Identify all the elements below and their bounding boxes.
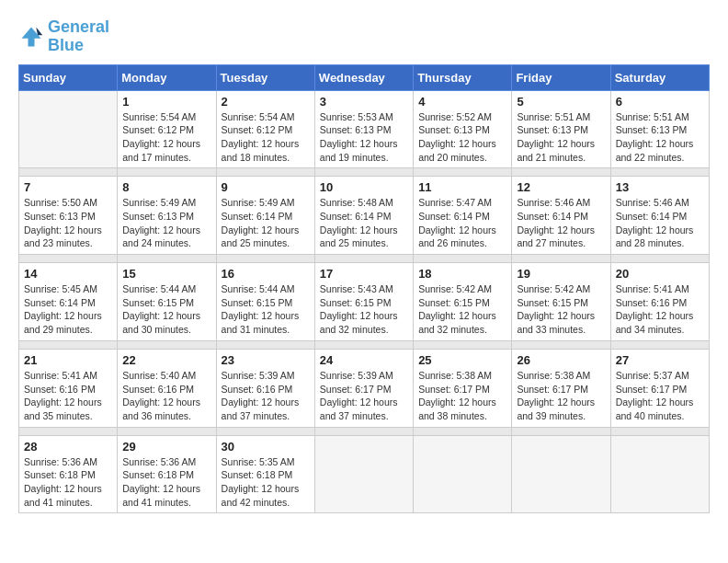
calendar-cell: 1Sunrise: 5:54 AM Sunset: 6:12 PM Daylig… <box>118 90 216 168</box>
calendar-cell: 20Sunrise: 5:41 AM Sunset: 6:16 PM Dayli… <box>610 263 709 341</box>
day-info: Sunrise: 5:37 AM Sunset: 6:17 PM Dayligh… <box>616 369 704 423</box>
day-info: Sunrise: 5:35 AM Sunset: 6:18 PM Dayligh… <box>222 455 310 510</box>
day-info: Sunrise: 5:36 AM Sunset: 6:18 PM Dayligh… <box>122 455 210 510</box>
day-info: Sunrise: 5:42 AM Sunset: 6:15 PM Dayligh… <box>517 282 605 337</box>
day-info: Sunrise: 5:36 AM Sunset: 6:18 PM Dayligh… <box>24 455 112 510</box>
day-info: Sunrise: 5:48 AM Sunset: 6:14 PM Dayligh… <box>320 196 408 250</box>
calendar-cell: 4Sunrise: 5:52 AM Sunset: 6:13 PM Daylig… <box>414 90 512 168</box>
day-number: 6 <box>616 95 704 109</box>
calendar-cell: 27Sunrise: 5:37 AM Sunset: 6:17 PM Dayli… <box>610 349 709 427</box>
day-header: Sunday <box>19 64 118 90</box>
day-info: Sunrise: 5:51 AM Sunset: 6:13 PM Dayligh… <box>616 110 704 165</box>
calendar-cell: 2Sunrise: 5:54 AM Sunset: 6:12 PM Daylig… <box>216 90 314 168</box>
day-info: Sunrise: 5:52 AM Sunset: 6:13 PM Dayligh… <box>418 110 506 165</box>
logo: General Blue <box>18 18 109 55</box>
day-info: Sunrise: 5:53 AM Sunset: 6:13 PM Dayligh… <box>320 110 408 165</box>
calendar-cell: 15Sunrise: 5:44 AM Sunset: 6:15 PM Dayli… <box>118 263 216 341</box>
day-number: 24 <box>320 353 408 367</box>
day-info: Sunrise: 5:47 AM Sunset: 6:14 PM Dayligh… <box>418 196 506 250</box>
day-number: 10 <box>320 180 408 194</box>
day-number: 12 <box>517 180 605 194</box>
calendar-cell: 9Sunrise: 5:49 AM Sunset: 6:14 PM Daylig… <box>216 177 314 255</box>
week-divider <box>19 427 710 435</box>
calendar-cell: 12Sunrise: 5:46 AM Sunset: 6:14 PM Dayli… <box>512 177 610 255</box>
day-info: Sunrise: 5:54 AM Sunset: 6:12 PM Dayligh… <box>222 110 310 165</box>
day-number: 16 <box>222 267 310 281</box>
calendar-cell: 13Sunrise: 5:46 AM Sunset: 6:14 PM Dayli… <box>610 177 709 255</box>
calendar-cell: 29Sunrise: 5:36 AM Sunset: 6:18 PM Dayli… <box>118 435 216 513</box>
week-divider <box>19 255 710 263</box>
day-info: Sunrise: 5:49 AM Sunset: 6:14 PM Dayligh… <box>222 196 310 250</box>
calendar-cell: 22Sunrise: 5:40 AM Sunset: 6:16 PM Dayli… <box>118 349 216 427</box>
day-number: 19 <box>517 267 605 281</box>
calendar-cell: 8Sunrise: 5:49 AM Sunset: 6:13 PM Daylig… <box>118 177 216 255</box>
day-info: Sunrise: 5:46 AM Sunset: 6:14 PM Dayligh… <box>616 196 704 250</box>
day-number: 14 <box>24 267 112 281</box>
day-number: 23 <box>222 353 310 367</box>
calendar-cell: 3Sunrise: 5:53 AM Sunset: 6:13 PM Daylig… <box>314 90 413 168</box>
day-number: 9 <box>222 180 310 194</box>
day-info: Sunrise: 5:41 AM Sunset: 6:16 PM Dayligh… <box>616 282 704 337</box>
day-number: 2 <box>222 95 310 109</box>
day-info: Sunrise: 5:45 AM Sunset: 6:14 PM Dayligh… <box>24 282 112 337</box>
day-info: Sunrise: 5:44 AM Sunset: 6:15 PM Dayligh… <box>222 282 310 337</box>
calendar-week-row: 21Sunrise: 5:41 AM Sunset: 6:16 PM Dayli… <box>19 349 710 427</box>
day-info: Sunrise: 5:42 AM Sunset: 6:15 PM Dayligh… <box>418 282 506 337</box>
week-divider <box>19 340 710 349</box>
day-header: Friday <box>512 64 610 90</box>
day-number: 21 <box>24 353 112 367</box>
calendar-cell <box>19 90 118 168</box>
day-info: Sunrise: 5:54 AM Sunset: 6:12 PM Dayligh… <box>122 110 210 165</box>
calendar-cell <box>314 435 413 513</box>
day-info: Sunrise: 5:38 AM Sunset: 6:17 PM Dayligh… <box>418 369 506 423</box>
calendar-week-row: 1Sunrise: 5:54 AM Sunset: 6:12 PM Daylig… <box>19 90 710 168</box>
day-number: 27 <box>616 353 704 367</box>
day-number: 18 <box>418 267 506 281</box>
calendar-cell: 25Sunrise: 5:38 AM Sunset: 6:17 PM Dayli… <box>414 349 512 427</box>
day-info: Sunrise: 5:38 AM Sunset: 6:17 PM Dayligh… <box>517 369 605 423</box>
day-info: Sunrise: 5:44 AM Sunset: 6:15 PM Dayligh… <box>122 282 210 337</box>
calendar-cell: 18Sunrise: 5:42 AM Sunset: 6:15 PM Dayli… <box>414 263 512 341</box>
day-header: Tuesday <box>216 64 314 90</box>
logo-text: General Blue <box>48 18 109 55</box>
calendar-week-row: 14Sunrise: 5:45 AM Sunset: 6:14 PM Dayli… <box>19 263 710 341</box>
day-number: 28 <box>24 440 112 454</box>
day-number: 3 <box>320 95 408 109</box>
day-header: Saturday <box>610 64 709 90</box>
calendar-week-row: 28Sunrise: 5:36 AM Sunset: 6:18 PM Dayli… <box>19 435 710 513</box>
day-number: 25 <box>418 353 506 367</box>
calendar-week-row: 7Sunrise: 5:50 AM Sunset: 6:13 PM Daylig… <box>19 177 710 255</box>
calendar-cell: 28Sunrise: 5:36 AM Sunset: 6:18 PM Dayli… <box>19 435 118 513</box>
day-number: 29 <box>122 440 210 454</box>
day-number: 17 <box>320 267 408 281</box>
day-info: Sunrise: 5:43 AM Sunset: 6:15 PM Dayligh… <box>320 282 408 337</box>
calendar-cell: 19Sunrise: 5:42 AM Sunset: 6:15 PM Dayli… <box>512 263 610 341</box>
day-number: 8 <box>122 180 210 194</box>
day-info: Sunrise: 5:46 AM Sunset: 6:14 PM Dayligh… <box>517 196 605 250</box>
calendar-header-row: SundayMondayTuesdayWednesdayThursdayFrid… <box>19 64 710 90</box>
calendar-cell: 17Sunrise: 5:43 AM Sunset: 6:15 PM Dayli… <box>314 263 413 341</box>
calendar-cell <box>512 435 610 513</box>
day-number: 1 <box>122 95 210 109</box>
day-number: 11 <box>418 180 506 194</box>
day-info: Sunrise: 5:40 AM Sunset: 6:16 PM Dayligh… <box>122 369 210 423</box>
calendar-cell <box>610 435 709 513</box>
day-number: 26 <box>517 353 605 367</box>
week-divider <box>19 168 710 177</box>
calendar-cell: 21Sunrise: 5:41 AM Sunset: 6:16 PM Dayli… <box>19 349 118 427</box>
calendar-cell: 11Sunrise: 5:47 AM Sunset: 6:14 PM Dayli… <box>414 177 512 255</box>
day-header: Monday <box>118 64 216 90</box>
day-number: 7 <box>24 180 112 194</box>
day-number: 4 <box>418 95 506 109</box>
calendar-cell <box>414 435 512 513</box>
calendar-cell: 16Sunrise: 5:44 AM Sunset: 6:15 PM Dayli… <box>216 263 314 341</box>
day-info: Sunrise: 5:39 AM Sunset: 6:16 PM Dayligh… <box>222 369 310 423</box>
day-info: Sunrise: 5:39 AM Sunset: 6:17 PM Dayligh… <box>320 369 408 423</box>
day-number: 5 <box>517 95 605 109</box>
calendar-cell: 7Sunrise: 5:50 AM Sunset: 6:13 PM Daylig… <box>19 177 118 255</box>
calendar-cell: 24Sunrise: 5:39 AM Sunset: 6:17 PM Dayli… <box>314 349 413 427</box>
day-number: 15 <box>122 267 210 281</box>
day-info: Sunrise: 5:50 AM Sunset: 6:13 PM Dayligh… <box>24 196 112 250</box>
day-header: Wednesday <box>314 64 413 90</box>
calendar-cell: 26Sunrise: 5:38 AM Sunset: 6:17 PM Dayli… <box>512 349 610 427</box>
